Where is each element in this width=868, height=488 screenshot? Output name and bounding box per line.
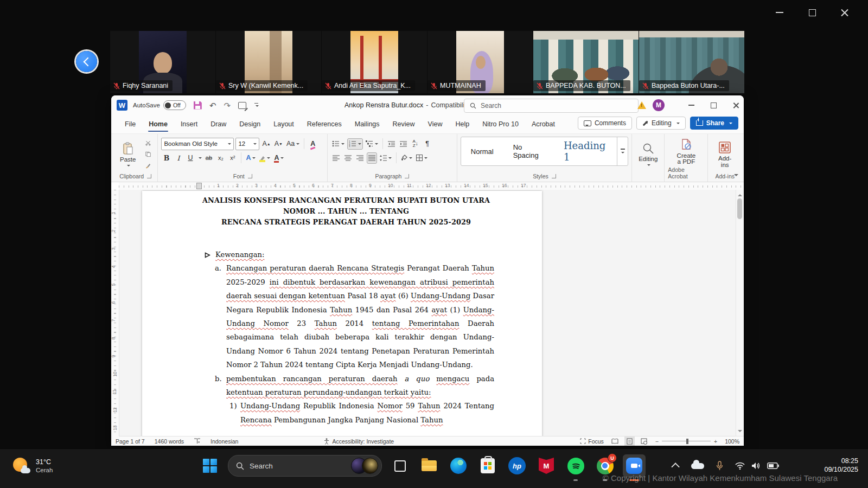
autosave-control[interactable]: AutoSave Off [133, 100, 186, 110]
word-minimize-button[interactable] [688, 105, 694, 106]
mcafee-button[interactable]: M [535, 454, 558, 477]
participant-tile[interactable]: Bappeda Buton Utara-... [639, 31, 744, 93]
onedrive-icon[interactable] [691, 463, 704, 469]
font-color-button[interactable]: A [273, 152, 285, 164]
app-close-button[interactable] [838, 5, 852, 20]
highlight-color-button[interactable] [258, 152, 271, 164]
change-case-button[interactable]: Aa [285, 138, 301, 150]
taskbar-search[interactable]: Search [228, 455, 382, 477]
menu-tab[interactable]: Insert [175, 117, 203, 131]
search-highlight-images[interactable] [351, 458, 378, 474]
participant-tile[interactable]: BAPPEDA KAB. BUTON... [533, 31, 639, 93]
style-no-spacing[interactable]: No Spacing [503, 137, 554, 165]
copy-button[interactable] [142, 150, 154, 159]
word-close-button[interactable] [733, 102, 739, 108]
app-minimize-button[interactable] [773, 5, 787, 20]
hp-button[interactable]: hp [506, 454, 528, 477]
align-left-button[interactable] [331, 152, 341, 164]
zoom-thumb[interactable] [686, 439, 688, 444]
indent-marker[interactable] [196, 183, 202, 189]
collapse-ribbon-icon[interactable] [734, 174, 738, 178]
app-restore-button[interactable] [805, 5, 819, 20]
share-button[interactable]: Share [690, 117, 738, 130]
menu-tab[interactable]: Nitro Pro 10 [476, 117, 525, 131]
file-explorer-button[interactable] [418, 454, 441, 477]
cut-button[interactable] [142, 138, 154, 148]
participant-tile[interactable]: Andi Ari Eka Saputra_K... [322, 31, 427, 93]
paste-button[interactable]: Paste [117, 137, 139, 172]
create-pdf-button[interactable]: Create a PDF [668, 137, 704, 166]
italic-button[interactable]: I [173, 152, 183, 164]
dialog-launcher-icon[interactable] [552, 174, 556, 178]
document-canvas[interactable]: ANALISIS KONSEPSI RANCANGAN PERATURAN BU… [119, 190, 744, 436]
save-icon[interactable] [194, 101, 202, 110]
menu-tab[interactable]: References [301, 117, 348, 131]
document-page[interactable]: ANALISIS KONSEPSI RANCANGAN PERATURAN BU… [142, 191, 542, 436]
increase-indent-button[interactable] [398, 138, 409, 150]
doc-paragraph[interactable]: b.pembentukan rancangan peraturan daerah… [198, 372, 494, 400]
multilevel-list-button[interactable] [365, 138, 379, 150]
scrollbar-thumb[interactable] [737, 198, 742, 219]
network-volume-battery[interactable] [735, 462, 779, 470]
dialog-launcher-icon[interactable] [248, 174, 252, 178]
scroll-up-icon[interactable] [738, 192, 742, 196]
menu-tab[interactable]: Acrobat [526, 117, 561, 131]
microphone-icon[interactable] [716, 461, 723, 471]
menu-tab[interactable]: Help [449, 117, 475, 131]
vertical-ruler[interactable]: 12345678910111213 [111, 190, 119, 436]
clear-formatting-button[interactable]: A [308, 138, 318, 150]
style-normal[interactable]: Normal [461, 137, 503, 165]
zoom-button[interactable] [623, 454, 646, 477]
menu-tab[interactable]: Draw [205, 117, 232, 131]
addins-button[interactable]: Add-ins [711, 137, 738, 172]
zoom-out-icon[interactable]: − [655, 438, 659, 445]
editing-button[interactable]: Editing [635, 137, 661, 172]
draw-tool-icon[interactable] [238, 102, 246, 109]
show-formatting-button[interactable]: ¶ [422, 138, 432, 150]
decrease-indent-button[interactable] [386, 138, 397, 150]
chrome-button[interactable]: U [593, 454, 616, 477]
participant-tile[interactable]: Fiqhy Saranani [110, 31, 215, 93]
font-size-select[interactable]: 12 [235, 138, 259, 150]
underline-button[interactable]: U [185, 152, 195, 164]
bullets-button[interactable] [331, 138, 346, 150]
autosave-toggle[interactable]: Off [163, 100, 186, 110]
undo-icon[interactable]: ↶ [209, 101, 216, 110]
dialog-launcher-icon[interactable] [147, 174, 151, 178]
menu-tab[interactable]: View [422, 117, 449, 131]
shrink-font-button[interactable]: A▼ [273, 138, 284, 150]
numbering-button[interactable]: 123 [347, 138, 363, 150]
bold-button[interactable]: B [161, 152, 171, 164]
task-view-button[interactable] [388, 454, 411, 477]
shading-button[interactable] [400, 152, 413, 164]
zoom-in-icon[interactable]: + [714, 438, 717, 445]
doc-paragraph[interactable]: a.Rancangan peraturan daerah Rencana Str… [198, 261, 494, 371]
menu-tab[interactable]: Layout [267, 117, 300, 131]
customize-qat-icon[interactable] [254, 103, 259, 108]
word-restore-button[interactable] [711, 102, 717, 108]
zoom-slider[interactable]: − + [655, 438, 717, 445]
chevron-down-icon[interactable] [199, 157, 202, 160]
sort-button[interactable]: AZ↓ [410, 138, 420, 150]
page-count[interactable]: Page 1 of 7 [116, 438, 145, 445]
font-name-select[interactable]: Bookman Old Style [161, 138, 234, 150]
menu-tab[interactable]: Mailings [349, 117, 386, 131]
subscript-button[interactable]: x₂ [215, 152, 226, 164]
doc-paragraph[interactable]: Kewenangan: [198, 248, 494, 261]
styles-gallery-more-button[interactable] [617, 137, 628, 165]
text-effects-button[interactable]: A [245, 152, 257, 164]
menu-tab[interactable]: Review [387, 117, 421, 131]
dialog-launcher-icon[interactable] [405, 174, 409, 178]
superscript-button[interactable]: x² [227, 152, 238, 164]
focus-button[interactable]: Focus [580, 438, 604, 445]
participant-tile[interactable]: MUTMAINAH [427, 31, 533, 93]
grow-font-button[interactable]: A▲ [261, 138, 271, 150]
proofing-icon[interactable] [194, 438, 201, 444]
menu-tab[interactable]: File [119, 117, 142, 131]
warning-icon[interactable] [637, 101, 646, 109]
language-indicator[interactable]: Indonesian [210, 438, 238, 445]
line-spacing-button[interactable] [379, 152, 393, 164]
word-count[interactable]: 1460 words [155, 438, 184, 445]
taskbar-clock[interactable]: 08:25 09/10/2025 [824, 457, 858, 474]
align-right-button[interactable] [355, 152, 365, 164]
